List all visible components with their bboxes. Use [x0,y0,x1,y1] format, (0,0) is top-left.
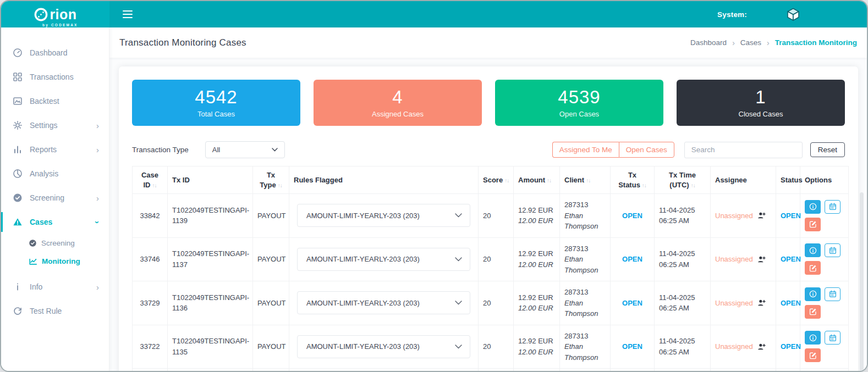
transaction-type-select[interactable]: All [205,141,285,158]
cell-tx-id: T1022049TESTINGAPI-1139 [168,194,253,238]
breadcrumb-dashboard[interactable]: Dashboard [690,38,727,47]
sort-icon[interactable]: ↑↓ [586,177,590,184]
cell-client: 287313Ethan Thompson [560,237,611,281]
brand-name: rion [50,8,76,21]
edit-button[interactable] [805,348,821,362]
col-tx-type[interactable]: Tx Type↑↓ [253,166,289,194]
rules-flagged-select[interactable]: AMOUNT-LIMIT-YEARLY-203 (203) [297,204,470,227]
calendar-button[interactable] [825,287,840,301]
cell-tx-time: 11-04-202506:25 AM [655,194,711,238]
table-row: 33746 T1022049TESTINGAPI-1137 PAYOUT AMO… [133,237,849,281]
brand-logo[interactable]: rion by CODEMAX [34,7,76,22]
cell-options [800,194,849,238]
col-amount[interactable]: Amount↑↓ [514,166,560,194]
cases-card: 4542 Total Cases 4 Assigned Cases 4539 O… [119,66,858,372]
calendar-button[interactable] [825,243,840,257]
cell-tx-type: PAYOUT [253,237,289,281]
col-client[interactable]: Client↑↓ [560,166,611,194]
cell-rules-flagged: AMOUNT-LIMIT-YEARLY-203 (203) [289,369,479,372]
person-add-icon[interactable] [757,343,766,351]
sidebar-item-label: Cases [30,218,52,226]
col-score[interactable]: Score↑↓ [479,166,514,194]
cell-client: 287313Ethan Thompson [560,194,611,238]
grid-icon [13,72,23,82]
cell-status: OPEN [776,281,800,325]
cell-tx-status: OPEN [611,281,655,325]
edit-icon [809,308,817,315]
sidebar-item-label: Reports [30,145,57,154]
cell-tx-time: 11-04-202506:25 AM [655,237,711,281]
edit-button[interactable] [805,305,821,319]
orion-o-icon [34,7,48,22]
rule-name: AMOUNT-LIMIT-YEARLY-203 (203) [306,254,420,265]
sidebar-item-test-rule[interactable]: Test Rule [1,299,109,323]
sidebar-item-analysis[interactable]: Analysis [1,162,109,186]
col-tx-status[interactable]: Tx Status↑↓ [611,166,655,194]
sort-icon[interactable]: ↑↓ [278,182,282,188]
calendar-icon [829,203,837,210]
person-add-icon[interactable] [757,256,766,263]
cube-icon[interactable] [785,7,801,22]
sidebar-item-dashboard[interactable]: Dashboard [1,41,109,65]
person-add-icon[interactable] [757,212,766,219]
edit-icon [809,220,817,228]
table-row: 33722 T1022049TESTINGAPI-1135 PAYOUT AMO… [133,325,849,369]
sort-icon[interactable]: ↑↓ [152,182,157,188]
sort-icon[interactable]: ↑↓ [691,182,695,188]
col-case-id[interactable]: Case ID↑↓ [133,166,168,194]
sidebar-item-label: Info [30,282,42,291]
line-chart-icon [29,257,37,266]
col-tx-id: Tx ID [168,166,253,194]
vertical-scrollbar[interactable] [860,192,864,372]
info-button[interactable] [805,243,821,257]
info-button[interactable] [805,287,821,301]
assignee-label: Unassigned [715,298,753,309]
sidebar-item-label: Dashboard [30,48,68,57]
sidebar-item-transactions[interactable]: Transactions [1,65,109,89]
cell-tx-type: PAYOUT [253,325,289,369]
search-input[interactable] [684,142,803,158]
hamburger-icon[interactable] [119,7,136,21]
open-cases-button[interactable]: Open Cases [619,142,674,158]
sidebar-item-reports[interactable]: Reports › [1,137,109,162]
info-button[interactable] [805,200,821,214]
calendar-icon [829,290,837,298]
rules-flagged-select[interactable]: AMOUNT-LIMIT-YEARLY-203 (203) [297,291,470,314]
sort-icon[interactable]: ↑↓ [504,177,509,184]
person-add-icon[interactable] [757,299,766,307]
calendar-button[interactable] [825,331,840,345]
sort-icon[interactable]: ↑↓ [642,182,646,188]
filter-bar: Transaction Type All Assigned To Me Open… [132,141,845,158]
check-circle-icon [29,239,37,247]
sidebar-subitem-screening[interactable]: Screening [1,234,109,252]
chevron-down-icon [455,345,462,349]
sidebar-item-backtest[interactable]: Backtest [1,89,109,113]
sidebar-item-cases[interactable]: Cases › [1,210,109,234]
edit-button[interactable] [805,218,821,231]
rules-flagged-select[interactable]: AMOUNT-LIMIT-YEARLY-203 (203) [297,335,470,358]
cell-tx-type: PAYOUT [253,281,289,325]
info-icon [809,290,817,298]
assigned-to-me-button[interactable]: Assigned To Me [552,142,619,158]
sort-icon[interactable]: ↑↓ [547,177,551,184]
breadcrumb-cases[interactable]: Cases [740,38,761,47]
info-button[interactable] [805,331,821,345]
cell-status: OPEN [776,325,800,369]
sidebar-item-screening[interactable]: Screening › [1,186,109,210]
chevron-down-icon [455,257,462,262]
col-tx-time[interactable]: Tx Time (UTC)↑↓ [655,166,711,194]
rules-flagged-select[interactable]: AMOUNT-LIMIT-YEARLY-203 (203) [297,248,470,271]
edit-icon [809,352,817,359]
gauge-icon [13,48,23,58]
sidebar-subitem-monitoring[interactable]: Monitoring [1,252,109,270]
reset-button[interactable]: Reset [810,142,845,157]
cell-options [800,369,849,372]
cell-options [800,237,849,281]
app-window: rion by CODEMAX System: Dashboard Transa… [0,0,868,372]
transaction-type-value: All [212,146,220,154]
edit-button[interactable] [805,261,821,275]
calendar-button[interactable] [825,200,840,214]
cell-tx-type: PAYOUT [253,369,289,372]
sidebar-item-info[interactable]: Info › [1,275,109,299]
sidebar-item-settings[interactable]: Settings › [1,113,109,137]
